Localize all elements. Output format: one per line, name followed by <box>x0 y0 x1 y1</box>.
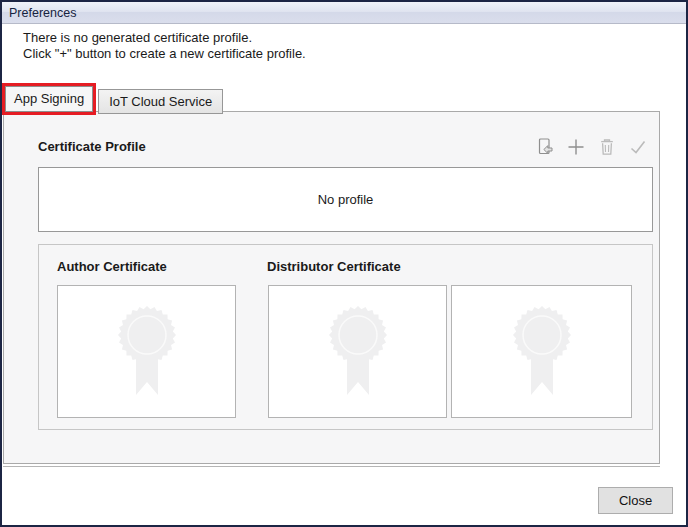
distributor-certificate-box-1 <box>268 285 447 418</box>
certificate-profile-toolbar <box>534 136 649 158</box>
author-certificate-box <box>57 285 236 418</box>
distributor-certificate-box-2 <box>451 285 632 418</box>
intro-message: There is no generated certificate profil… <box>23 30 306 62</box>
tab-app-signing[interactable]: App Signing <box>5 86 93 112</box>
tab-bar: App Signing IoT Cloud Service <box>2 83 223 114</box>
preferences-dialog: Preferences There is no generated certif… <box>0 0 688 527</box>
certificate-rosette-icon <box>506 302 578 402</box>
author-certificate-label: Author Certificate <box>57 259 167 274</box>
close-button[interactable]: Close <box>598 487 673 514</box>
profile-list-box: No profile <box>38 167 653 232</box>
certificate-rosette-icon <box>322 302 394 402</box>
certificate-profile-title: Certificate Profile <box>38 139 146 154</box>
apply-check-icon[interactable] <box>627 136 649 158</box>
dialog-footer: Close <box>2 467 686 525</box>
certificate-rosette-icon <box>111 302 183 402</box>
no-profile-text: No profile <box>318 192 374 207</box>
annotation-highlight-box: App Signing <box>2 83 96 115</box>
intro-line-2: Click "+" button to create a new certifi… <box>23 46 306 62</box>
distributor-certificate-label: Distributor Certificate <box>267 259 401 274</box>
certificates-group: Author Certificate Distributor Certifica… <box>38 244 653 430</box>
delete-profile-icon[interactable] <box>596 136 618 158</box>
new-certificate-request-icon[interactable] <box>534 136 556 158</box>
window-title: Preferences <box>9 6 76 20</box>
add-profile-icon[interactable] <box>565 136 587 158</box>
intro-line-1: There is no generated certificate profil… <box>23 30 306 46</box>
tab-iot-cloud-service[interactable]: IoT Cloud Service <box>98 89 223 114</box>
titlebar[interactable]: Preferences <box>2 2 686 24</box>
app-signing-panel: Certificate Profile <box>3 111 660 464</box>
